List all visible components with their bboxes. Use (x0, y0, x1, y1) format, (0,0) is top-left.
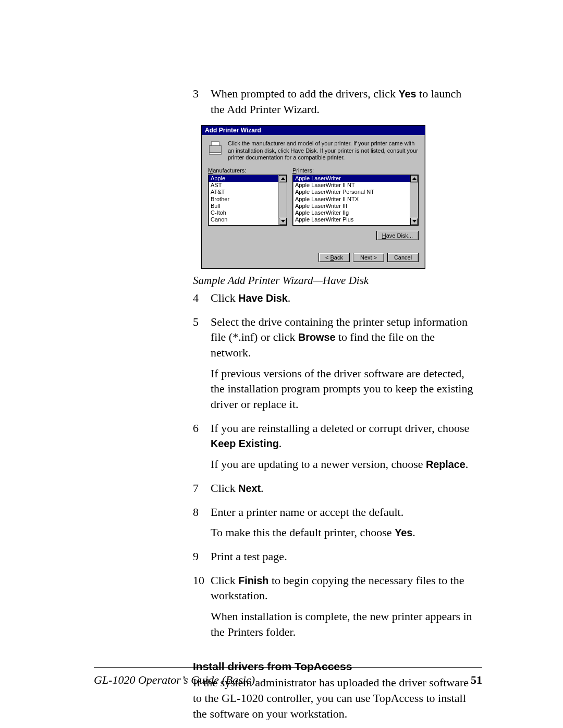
ui-term-finish: Finish (238, 575, 268, 586)
cancel-button[interactable]: Cancel (387, 253, 419, 262)
step-text: When prompted to add the drivers, click (211, 87, 398, 100)
step-number: 7 (193, 480, 211, 501)
ui-term-next: Next (238, 483, 261, 494)
step-follow-text: If you are updating to a newer version, … (211, 458, 426, 471)
step-4: 4 Click Have Disk. (193, 290, 474, 311)
step-6: 6 If you are reinstalling a deleted or c… (193, 421, 474, 477)
step-number: 8 (193, 504, 211, 546)
list-item[interactable]: AST (209, 182, 278, 189)
list-item[interactable]: Brother (209, 196, 278, 203)
scrollbar[interactable] (410, 175, 418, 225)
step-number: 10 (193, 573, 211, 645)
step-text: Enter a printer name or accept the defau… (211, 504, 474, 520)
list-item[interactable]: C-Itoh (209, 209, 278, 216)
scrollbar[interactable] (278, 175, 287, 225)
figure-caption: Sample Add Printer Wizard—Have Disk (193, 274, 474, 287)
list-item[interactable]: Apple LaserWriter II NT (293, 182, 410, 189)
list-item[interactable]: Apple LaserWriter IIg (293, 209, 410, 216)
list-item[interactable]: Apple (209, 175, 278, 182)
list-item[interactable]: Apple LaserWriter (293, 175, 410, 182)
ui-term-keep-existing: Keep Existing (211, 438, 279, 449)
step-text: Click (211, 291, 238, 304)
step-text: If you are reinstalling a deleted or cor… (211, 422, 469, 435)
next-button[interactable]: Next > (353, 253, 384, 262)
back-button[interactable]: < Back (319, 253, 350, 262)
ui-term-have-disk: Have Disk (238, 292, 288, 304)
footer-title: GL-1020 Operator’s Guide (Basic) (94, 673, 255, 687)
footer-rule (94, 667, 482, 668)
ui-term-replace: Replace (426, 459, 466, 470)
step-5: 5 Select the drive containing the printe… (193, 314, 474, 417)
step-number: 3 (193, 86, 211, 122)
step-text: . (288, 291, 291, 304)
step-number: 4 (193, 290, 211, 311)
list-item[interactable]: Apple LaserWriter Personal NT (293, 189, 410, 195)
step-follow-text: When installation is complete, the new p… (211, 609, 474, 639)
list-item[interactable]: Apple LaserWriter IIf (293, 203, 410, 209)
dialog-title: Add Printer Wizard (202, 126, 425, 135)
step-follow-text: If previous versions of the driver softw… (211, 366, 474, 412)
list-item[interactable]: AT&T (209, 189, 278, 195)
step-text: Click (211, 482, 238, 495)
step-follow-text: . (412, 526, 415, 539)
list-item[interactable]: Apple LaserWriter Plus (293, 216, 410, 223)
manufacturers-label: Manufacturers: (208, 167, 287, 174)
printers-label: Printers: (292, 167, 419, 174)
step-text: . (279, 437, 282, 450)
step-7: 7 Click Next. (193, 480, 474, 501)
step-text: . (261, 482, 264, 495)
step-number: 6 (193, 421, 211, 477)
step-follow-text: To make this the default printer, choose (211, 526, 395, 539)
step-3: 3 When prompted to add the drivers, clic… (193, 86, 474, 122)
dialog-instruction: Click the manufacturer and model of your… (228, 140, 419, 161)
step-8: 8 Enter a printer name or accept the def… (193, 504, 474, 546)
list-item[interactable]: Canon (209, 216, 278, 223)
list-item[interactable]: Bull (209, 203, 278, 209)
list-item[interactable]: Apple LaserWriter II NTX (293, 196, 410, 203)
scroll-up-button[interactable] (410, 175, 418, 182)
step-text: Click (211, 574, 238, 587)
scroll-up-button[interactable] (279, 175, 287, 182)
printers-listbox[interactable]: Apple LaserWriter Apple LaserWriter II N… (292, 175, 419, 226)
have-disk-button[interactable]: Have Disk... (376, 231, 419, 240)
step-10: 10 Click Finish to begin copying the nec… (193, 573, 474, 645)
add-printer-wizard-dialog: Add Printer Wizard Click the manufacture… (201, 125, 425, 269)
step-number: 9 (193, 549, 211, 570)
printer-icon (208, 140, 223, 155)
scroll-down-button[interactable] (279, 218, 287, 225)
manufacturers-listbox[interactable]: Apple AST AT&T Brother Bull C-Itoh Canon (208, 175, 287, 226)
page-number: 51 (471, 673, 482, 687)
step-text: Print a test page. (211, 549, 474, 564)
ui-term-browse: Browse (298, 331, 335, 343)
step-number: 5 (193, 314, 211, 417)
step-follow-text: . (466, 458, 469, 471)
step-9: 9 Print a test page. (193, 549, 474, 570)
ui-term-yes: Yes (398, 88, 416, 100)
scroll-down-button[interactable] (410, 218, 418, 225)
ui-term-yes: Yes (395, 527, 412, 538)
